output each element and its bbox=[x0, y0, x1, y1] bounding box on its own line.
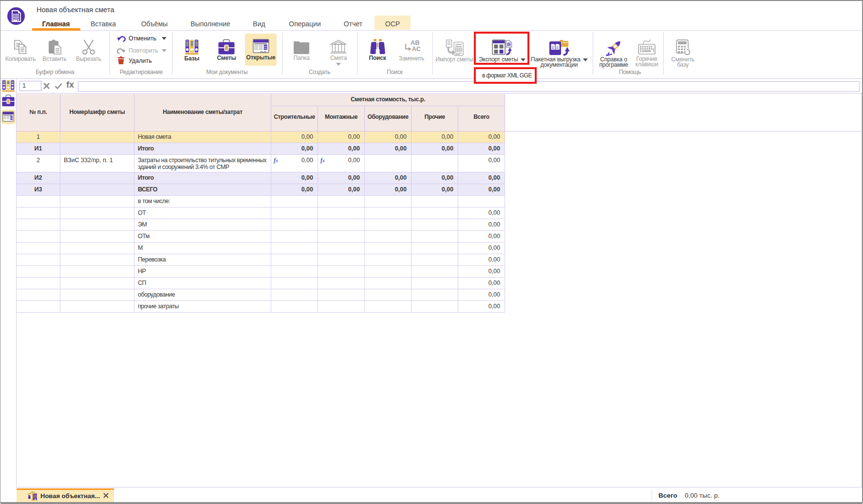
svg-text:AC: AC bbox=[412, 45, 421, 53]
